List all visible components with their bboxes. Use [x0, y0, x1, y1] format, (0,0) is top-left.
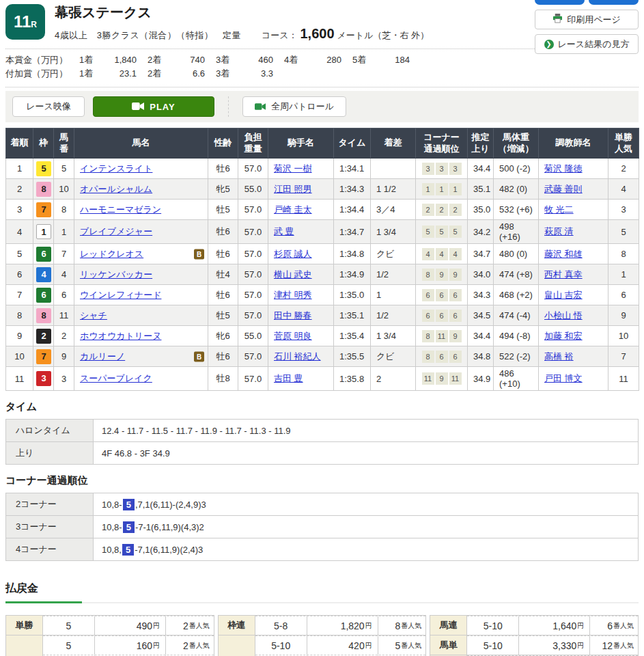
time-cell: 1:35.4	[334, 326, 371, 346]
trainer-link[interactable]: 牧 光二	[544, 204, 574, 215]
jockey-cell: 石川 裕紀人	[268, 346, 334, 367]
horse-number: 3	[54, 367, 74, 391]
corner-order: 8	[422, 330, 434, 342]
horse-name-link[interactable]: シャチ	[80, 310, 107, 320]
corner-row: 3コーナー 10,8-5-7-1(6,11,9)(4,3)2	[6, 516, 639, 538]
jockey-link[interactable]: 武 豊	[274, 226, 294, 236]
trainer-link[interactable]: 高橋 裕	[544, 351, 574, 361]
results-header: 着順枠馬番馬名性齢負担重量騎手名タイム着差コーナー通過順位推定上り馬体重（増減）…	[6, 128, 639, 159]
horse-name-link[interactable]: レッドクレオス	[80, 249, 143, 259]
corner-row: 2コーナー 10,8-5,7,1(6,11)-(2,4,9)3	[6, 493, 639, 516]
race-video-bar: レース映像 PLAY 全周パトロール	[5, 91, 639, 122]
horse-name-link[interactable]: オパールシャルム	[80, 184, 152, 194]
camera-icon	[132, 102, 144, 112]
margin-cell: 1 1/2	[371, 179, 416, 200]
trainer-link[interactable]: 畠山 吉宏	[544, 290, 583, 300]
horse-name-link[interactable]: スーパーブレイク	[80, 373, 152, 383]
winner-highlight: 5	[123, 499, 135, 510]
trainer-link[interactable]: 小桧山 悟	[544, 310, 583, 320]
jockey-link[interactable]: 杉原 誠人	[274, 249, 312, 259]
horse-name-link[interactable]: カルリーノ	[80, 351, 125, 361]
time-table: ハロンタイム 12.4 - 11.7 - 11.5 - 11.7 - 11.9 …	[5, 419, 639, 465]
trainer-link[interactable]: 加藤 和宏	[544, 331, 583, 341]
race-video-button[interactable]: レース映像	[12, 96, 85, 117]
trainer-link[interactable]: 菊沢 隆徳	[544, 163, 583, 174]
time-cell: 1:35.8	[334, 367, 371, 391]
corner-order: 5	[436, 226, 448, 238]
last-3f-cell: 34.3	[468, 285, 494, 305]
prize-rank: 1着	[79, 68, 101, 80]
corner-order: 1	[422, 183, 434, 195]
payout-popularity: 2番人気	[166, 620, 214, 631]
carried-weight: 57.0	[238, 244, 268, 264]
jockey-link[interactable]: 石川 裕紀人	[274, 351, 321, 361]
time-row-value: 4F 46.8 - 3F 34.9	[94, 442, 639, 465]
trainer-link[interactable]: 戸田 博文	[544, 373, 583, 383]
jockey-link[interactable]: 吉田 豊	[274, 373, 303, 383]
trainer-link[interactable]: 西村 真幸	[544, 269, 583, 279]
payout-row: 5-10420円5番人気	[255, 636, 426, 655]
results-guide-button[interactable]: ❯ レース結果の見方	[535, 34, 639, 54]
win-popularity: 6	[608, 285, 639, 305]
cutoff-button-left[interactable]	[535, 0, 585, 5]
time-cell: 1:34.8	[334, 244, 371, 264]
result-row: 9 2 2 ホウオウカトリーヌ 牝6 55.0 菅原 明良 1:35.4 1 3…	[6, 326, 639, 346]
payout-popularity: 8番人気	[378, 620, 426, 631]
corner-order: 3	[422, 163, 434, 175]
last-3f-cell: 34.2	[468, 220, 494, 244]
cutoff-button-right[interactable]	[589, 0, 639, 5]
prize-rank: 3着	[216, 68, 238, 80]
trainer-cell: 菊沢 隆徳	[539, 159, 608, 179]
jockey-link[interactable]: 菅原 明良	[274, 331, 312, 341]
blinkers-badge: B	[194, 249, 204, 259]
time-row-label: 上り	[6, 442, 94, 465]
horse-number: 1	[54, 220, 74, 244]
race-conditions-line: 4歳以上 3勝クラス（混合）（特指） 定量 コース： 1,600 メートル（芝・…	[55, 26, 429, 42]
header-buttons: 印刷用ページ ❯ レース結果の見方	[535, 0, 639, 54]
sex-age: 牡8	[208, 367, 238, 391]
corner-order: 9	[436, 372, 448, 385]
corner-passing-cell: 666	[416, 285, 468, 305]
trainer-link[interactable]: 萩原 清	[544, 226, 574, 236]
last-3f-cell: 34.5	[468, 305, 494, 326]
time-section-title: タイム	[5, 400, 639, 413]
margin-cell: 1	[371, 285, 416, 305]
horse-name-link[interactable]: ブレイブメジャー	[80, 226, 152, 236]
play-button[interactable]: PLAY	[93, 96, 214, 117]
jockey-cell: 田中 勝春	[268, 305, 334, 326]
horse-name-link[interactable]: ホウオウカトリーヌ	[80, 331, 161, 341]
horse-name-link[interactable]: ハーモニーマゼラン	[80, 204, 161, 215]
sex-age: 牡6	[208, 159, 238, 179]
trainer-cell: 畠山 吉宏	[539, 285, 608, 305]
margin-cell: 1 3/4	[371, 220, 416, 244]
trainer-link[interactable]: 武藤 善則	[544, 184, 583, 194]
corner-order: 5	[449, 226, 462, 238]
jockey-cell: 吉田 豊	[268, 367, 334, 391]
divider	[228, 96, 229, 117]
corner-passing-cell: 666	[416, 305, 468, 326]
jockey-link[interactable]: 津村 明秀	[274, 290, 312, 300]
trainer-link[interactable]: 藤沢 和雄	[544, 249, 583, 259]
corner-order: 6	[449, 289, 462, 301]
horse-name-cell: ホウオウカトリーヌ	[74, 326, 208, 346]
print-page-button[interactable]: 印刷用ページ	[535, 10, 639, 29]
jockey-cell: 菅原 明良	[268, 326, 334, 346]
jockey-link[interactable]: 横山 武史	[274, 269, 312, 279]
last-3f-cell: 34.8	[468, 346, 494, 367]
prize-section: 本賞金（万円） 1着1,8402着7403着4604着2805着184 付加賞（…	[5, 49, 639, 87]
jockey-link[interactable]: 江田 照男	[274, 184, 312, 194]
horse-name-link[interactable]: インテンスライト	[80, 163, 152, 174]
payout-block-umatan: 馬単 5-103,330円12番人気	[430, 635, 638, 655]
jockey-link[interactable]: 田中 勝春	[274, 310, 312, 320]
column-header: コーナー通過順位	[416, 128, 468, 159]
horse-name-link[interactable]: リッケンバッカー	[80, 269, 152, 279]
payout-amount: 420円	[307, 636, 378, 655]
frame-cell: 8	[33, 305, 54, 326]
patrol-button[interactable]: 全周パトロール	[242, 96, 346, 117]
horse-name-link[interactable]: ウインレフィナード	[80, 290, 161, 300]
finish-position: 10	[6, 346, 33, 367]
payout-combination: 5	[43, 636, 95, 655]
jockey-link[interactable]: 戸崎 圭太	[274, 204, 312, 215]
corner-passing-cell: 333	[416, 159, 468, 179]
jockey-link[interactable]: 菊沢 一樹	[274, 163, 312, 174]
